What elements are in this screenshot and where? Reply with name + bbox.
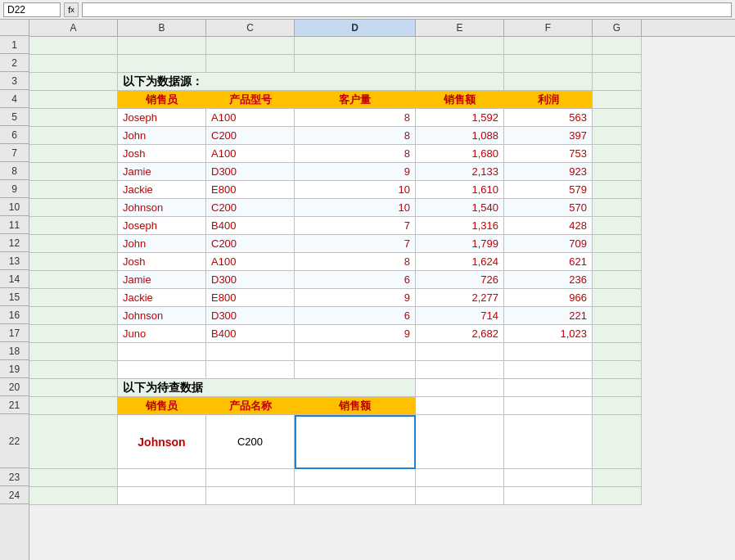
cell-g10[interactable] [593,199,642,217]
cell-f16[interactable]: 221 [504,307,593,325]
cell-b3[interactable]: 以下为数据源： [118,73,416,91]
cell-f11[interactable]: 428 [504,217,593,235]
cell-f22[interactable] [504,415,593,469]
cell-e10[interactable]: 1,540 [416,199,504,217]
cell-d6[interactable]: 8 [295,127,416,145]
cell-c7[interactable]: A100 [206,145,295,163]
cell-f9[interactable]: 579 [504,181,593,199]
cell-f17[interactable]: 1,023 [504,325,593,343]
cell-f23[interactable] [504,469,593,487]
cell-b22-query-name[interactable]: Johnson [118,415,206,469]
formula-function-btn[interactable]: fx [64,2,79,17]
cell-a23[interactable] [29,469,118,487]
col-header-b[interactable]: B [118,20,206,36]
cell-a9[interactable] [29,181,118,199]
cell-b13[interactable]: Josh [118,253,206,271]
cell-f12[interactable]: 709 [504,235,593,253]
cell-c16[interactable]: D300 [206,307,295,325]
cell-c8[interactable]: D300 [206,163,295,181]
cell-b21-qheader[interactable]: 销售员 [118,397,206,415]
cell-a3[interactable] [29,73,118,91]
cell-g20[interactable] [593,379,642,397]
cell-f20[interactable] [504,379,593,397]
cell-g14[interactable] [593,271,642,289]
cell-b24[interactable] [118,487,206,505]
cell-d17[interactable]: 9 [295,325,416,343]
cell-d9[interactable]: 10 [295,181,416,199]
cell-c2[interactable] [206,55,295,73]
cell-g22[interactable] [593,415,642,469]
cell-f24[interactable] [504,487,593,505]
cell-b1[interactable] [118,37,206,55]
cell-c6[interactable]: C200 [206,127,295,145]
cell-c15[interactable]: E800 [206,289,295,307]
cell-c17[interactable]: B400 [206,325,295,343]
cell-d13[interactable]: 8 [295,253,416,271]
col-header-e[interactable]: E [416,20,504,36]
cell-g3[interactable] [593,73,642,91]
cell-a12[interactable] [29,235,118,253]
cell-a1[interactable] [29,37,118,55]
cell-f4-header[interactable]: 利润 [504,91,593,109]
cell-f5[interactable]: 563 [504,109,593,127]
formula-input[interactable] [82,2,732,17]
cell-d19[interactable] [295,361,416,379]
cell-f19[interactable] [504,361,593,379]
cell-c24[interactable] [206,487,295,505]
cell-f2[interactable] [504,55,593,73]
cell-a17[interactable] [29,325,118,343]
cell-b5[interactable]: Joseph [118,109,206,127]
cell-d18[interactable] [295,343,416,361]
cell-b18[interactable] [118,343,206,361]
cell-a8[interactable] [29,163,118,181]
cell-c18[interactable] [206,343,295,361]
cell-c1[interactable] [206,37,295,55]
cell-d22-query-sales[interactable] [295,415,416,469]
cell-f7[interactable]: 753 [504,145,593,163]
cell-g17[interactable] [593,325,642,343]
cell-e17[interactable]: 2,682 [416,325,504,343]
cell-g6[interactable] [593,127,642,145]
cell-c13[interactable]: A100 [206,253,295,271]
cell-e9[interactable]: 1,610 [416,181,504,199]
cell-b23[interactable] [118,469,206,487]
cell-c21-qheader[interactable]: 产品名称 [206,397,295,415]
cell-d8[interactable]: 9 [295,163,416,181]
cell-a13[interactable] [29,253,118,271]
cell-b11[interactable]: Joseph [118,217,206,235]
cell-d23[interactable] [295,469,416,487]
cell-c9[interactable]: E800 [206,181,295,199]
cell-g15[interactable] [593,289,642,307]
cell-c22-query-product[interactable]: C200 [206,415,295,469]
cell-c10[interactable]: C200 [206,199,295,217]
cell-f10[interactable]: 570 [504,199,593,217]
cell-b16[interactable]: Johnson [118,307,206,325]
cell-d2[interactable] [295,55,416,73]
cell-g7[interactable] [593,145,642,163]
cell-g5[interactable] [593,109,642,127]
cell-b14[interactable]: Jamie [118,271,206,289]
cell-a4[interactable] [29,91,118,109]
cell-b7[interactable]: Josh [118,145,206,163]
cell-e18[interactable] [416,343,504,361]
cell-e3[interactable] [416,73,504,91]
cell-e19[interactable] [416,361,504,379]
cell-g2[interactable] [593,55,642,73]
cell-b12[interactable]: John [118,235,206,253]
cell-g21[interactable] [593,397,642,415]
cell-a24[interactable] [29,487,118,505]
col-header-c[interactable]: C [206,20,295,36]
cell-f15[interactable]: 966 [504,289,593,307]
cell-g9[interactable] [593,181,642,199]
cell-e1[interactable] [416,37,504,55]
cell-a21[interactable] [29,397,118,415]
cell-b10[interactable]: Johnson [118,199,206,217]
cell-e5[interactable]: 1,592 [416,109,504,127]
cell-e23[interactable] [416,469,504,487]
cell-a10[interactable] [29,199,118,217]
cell-e21[interactable] [416,397,504,415]
cell-a7[interactable] [29,145,118,163]
cell-e11[interactable]: 1,316 [416,217,504,235]
cell-e22[interactable] [416,415,504,469]
cell-reference[interactable]: D22 [3,2,61,17]
